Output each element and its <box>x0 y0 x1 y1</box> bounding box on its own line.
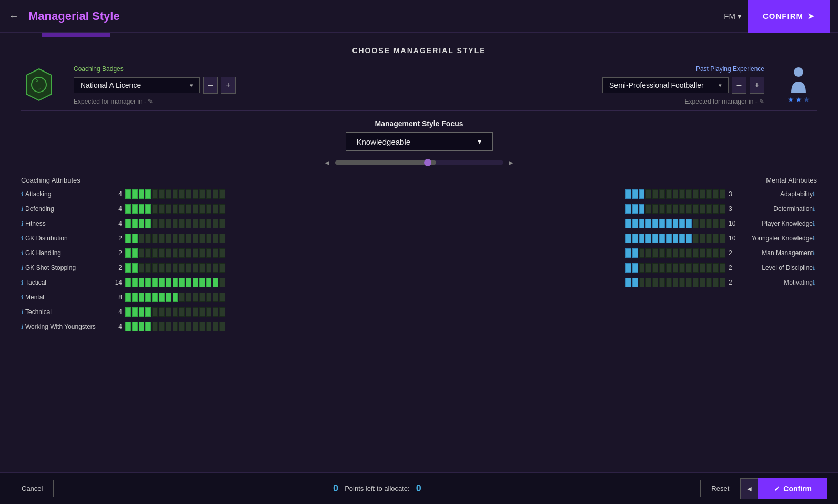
bar-segment[interactable] <box>173 293 178 302</box>
bar-segment[interactable] <box>125 248 131 258</box>
bar-segment[interactable] <box>179 263 185 273</box>
bar-segment[interactable] <box>193 307 198 317</box>
bar-segment[interactable] <box>132 189 138 199</box>
bar-segment[interactable] <box>700 189 705 199</box>
bar-segment[interactable] <box>186 293 191 302</box>
back-button[interactable]: ← <box>8 10 19 22</box>
bar-segment[interactable] <box>659 248 665 258</box>
bar-segment[interactable] <box>213 322 218 331</box>
bar-segment[interactable] <box>173 307 178 317</box>
info-icon[interactable]: ℹ <box>813 265 815 271</box>
bar-segment[interactable] <box>673 219 679 228</box>
bar-segment[interactable] <box>625 234 631 243</box>
bar-segment[interactable] <box>219 307 225 317</box>
bar-segment[interactable] <box>193 278 198 287</box>
bar-segment[interactable] <box>652 263 658 273</box>
info-icon[interactable]: ℹ <box>21 265 23 271</box>
bar-segment[interactable] <box>666 219 672 228</box>
confirm-top-button[interactable]: CONFIRM ➤ <box>748 0 830 33</box>
bar-segment[interactable] <box>125 322 131 331</box>
bar-segment[interactable] <box>693 189 699 199</box>
bar-segment[interactable] <box>166 293 171 302</box>
bar-segment[interactable] <box>713 189 719 199</box>
bar-segment[interactable] <box>693 234 699 243</box>
bar-segment[interactable] <box>139 204 145 214</box>
bar-segment[interactable] <box>159 307 165 317</box>
bar-segment[interactable] <box>132 204 138 214</box>
bar-segment[interactable] <box>713 263 719 273</box>
bar-segment[interactable] <box>193 248 198 258</box>
bar-segment[interactable] <box>145 263 151 273</box>
bar-segment[interactable] <box>193 189 198 199</box>
bar-segment[interactable] <box>139 219 145 228</box>
bar-segment[interactable] <box>145 322 151 331</box>
bar-segment[interactable] <box>706 204 712 214</box>
bar-segment[interactable] <box>139 322 145 331</box>
bar-segment[interactable] <box>659 219 665 228</box>
bar-segment[interactable] <box>179 219 185 228</box>
bar-segment[interactable] <box>673 248 679 258</box>
bar-segment[interactable] <box>213 189 218 199</box>
bar-segment[interactable] <box>206 322 212 331</box>
bar-segment[interactable] <box>125 219 131 228</box>
bar-segment[interactable] <box>713 248 719 258</box>
bar-segment[interactable] <box>213 234 218 243</box>
bar-segment[interactable] <box>173 219 178 228</box>
bar-segment[interactable] <box>145 204 151 214</box>
info-icon[interactable]: ℹ <box>21 250 23 257</box>
info-icon[interactable]: ℹ <box>21 309 23 316</box>
info-icon[interactable]: ℹ <box>21 191 23 198</box>
info-icon[interactable]: ℹ <box>21 294 23 301</box>
bar-segment[interactable] <box>159 219 165 228</box>
bar-segment[interactable] <box>193 293 198 302</box>
bar-segment[interactable] <box>132 248 138 258</box>
bar-segment[interactable] <box>159 189 165 199</box>
bar-segment[interactable] <box>166 263 171 273</box>
bar-segment[interactable] <box>179 189 185 199</box>
bar-segment[interactable] <box>632 263 638 273</box>
bar-segment[interactable] <box>186 219 191 228</box>
bar-segment[interactable] <box>179 293 185 302</box>
bar-segment[interactable] <box>139 293 145 302</box>
bar-segment[interactable] <box>720 204 725 214</box>
bar-segment[interactable] <box>186 322 191 331</box>
bar-segment[interactable] <box>713 219 719 228</box>
bar-segment[interactable] <box>666 278 672 287</box>
bar-segment[interactable] <box>139 278 145 287</box>
info-icon[interactable]: ℹ <box>21 279 23 286</box>
bar-segment[interactable] <box>193 204 198 214</box>
bar-segment[interactable] <box>152 248 158 258</box>
bar-segment[interactable] <box>639 204 645 214</box>
bar-segment[interactable] <box>159 293 165 302</box>
bar-segment[interactable] <box>166 204 171 214</box>
bar-segment[interactable] <box>193 322 198 331</box>
bar-segment[interactable] <box>206 189 212 199</box>
bar-segment[interactable] <box>666 234 672 243</box>
bar-segment[interactable] <box>686 278 692 287</box>
bar-segment[interactable] <box>700 263 705 273</box>
bar-segment[interactable] <box>173 248 178 258</box>
bar-segment[interactable] <box>679 189 685 199</box>
bar-segment[interactable] <box>693 219 699 228</box>
info-icon[interactable]: ℹ <box>21 220 23 227</box>
bar-segment[interactable] <box>686 248 692 258</box>
bar-segment[interactable] <box>125 293 131 302</box>
coaching-expected-edit-icon[interactable]: ✎ <box>148 98 153 105</box>
bar-segment[interactable] <box>639 234 645 243</box>
bar-segment[interactable] <box>173 263 178 273</box>
bar-segment[interactable] <box>173 189 178 199</box>
bar-segment[interactable] <box>145 234 151 243</box>
bar-segment[interactable] <box>645 278 651 287</box>
past-playing-expected-edit-icon[interactable]: ✎ <box>759 98 764 105</box>
bar-segment[interactable] <box>625 204 631 214</box>
bar-segment[interactable] <box>139 189 145 199</box>
bar-segment[interactable] <box>125 204 131 214</box>
coaching-badges-select[interactable]: National A Licence ▾ <box>74 77 200 93</box>
bar-segment[interactable] <box>666 189 672 199</box>
bar-segment[interactable] <box>159 204 165 214</box>
fm-menu-button[interactable]: FM ▾ <box>724 12 742 21</box>
bar-segment[interactable] <box>159 263 165 273</box>
bar-segment[interactable] <box>693 204 699 214</box>
bar-segment[interactable] <box>206 278 212 287</box>
bar-segment[interactable] <box>639 219 645 228</box>
